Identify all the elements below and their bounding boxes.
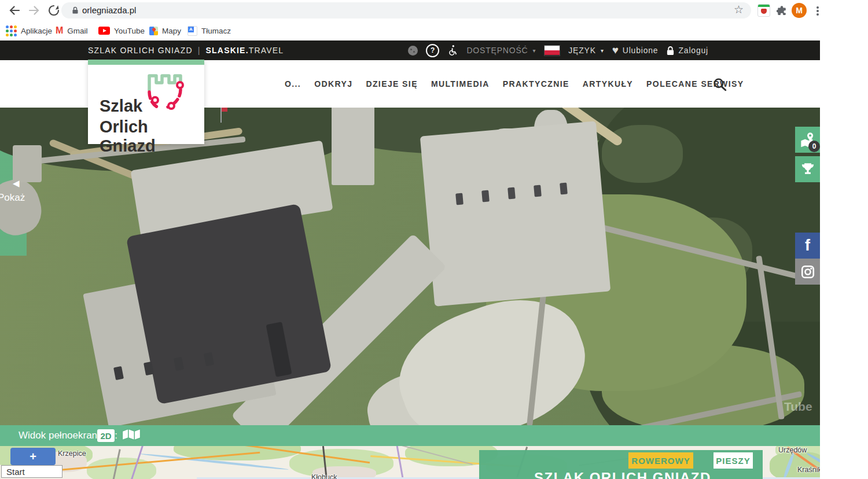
accessibility-label: DOSTĘPNOŚĆ: [466, 46, 528, 55]
castle-tower: [13, 145, 42, 182]
lock-icon[interactable]: [71, 6, 80, 15]
accessibility-icon[interactable]: [447, 45, 458, 56]
map-label-klobuck: Kłobuck: [311, 473, 337, 479]
castle-window: [560, 183, 568, 195]
map-label-krzepice: Krzepice: [58, 449, 86, 458]
main-nav: O... ODKRYJ DZIEJE SIĘ MULTIMEDIA PRAKTY…: [285, 60, 744, 108]
site-topbar: SZLAK ORLICH GNIAZD | SLASKIE. TRAVEL ? …: [0, 40, 820, 60]
courtyard: [126, 204, 332, 405]
browser-toolbar: orlegniazda.pl ☆ M: [0, 0, 868, 21]
heart-icon: ♥: [612, 44, 619, 57]
map-poi-button[interactable]: 0: [795, 127, 820, 153]
extension-icon[interactable]: [757, 4, 770, 17]
login-link[interactable]: Zaloguj: [666, 46, 708, 56]
bookmark-translate[interactable]: A Tłumacz: [187, 21, 231, 40]
zoom-in-button[interactable]: +: [10, 448, 56, 465]
puzzle-icon[interactable]: [777, 5, 787, 16]
poi-count-badge: 0: [808, 141, 820, 152]
map-label-krasnik: Kraśnik: [797, 466, 820, 474]
search-icon[interactable]: [712, 77, 727, 92]
brand-left: SZLAK ORLICH GNIAZD: [88, 46, 193, 55]
avatar[interactable]: M: [792, 3, 807, 18]
route-panel-title: SZLAK ORLICH GNIAZD: [534, 470, 708, 479]
bookmark-label: YouTube: [114, 27, 145, 35]
nav-odkryj[interactable]: ODKRYJ: [314, 79, 352, 89]
bookmark-label: Tłumacz: [201, 27, 231, 35]
trophy-button[interactable]: [795, 156, 820, 182]
favorites-label: Ulubione: [623, 46, 659, 55]
topbar-menu: ? DOSTĘPNOŚĆ ▾ JĘZYK ▾ ♥ Ulubione: [408, 40, 708, 60]
language-dropdown[interactable]: JĘZYK ▾: [568, 46, 604, 55]
bookmark-label: Aplikacje: [21, 27, 52, 35]
chevron-down-icon: ▾: [532, 47, 536, 54]
brand-portal-bold[interactable]: SLASKIE.: [206, 46, 249, 55]
site-logo[interactable]: Szlak Orlich Gniazd: [88, 60, 204, 144]
bookmark-youtube[interactable]: YouTube: [98, 21, 145, 40]
back-icon[interactable]: [8, 4, 21, 17]
brand-separator: |: [193, 46, 206, 55]
bookmark-star-icon[interactable]: ☆: [734, 3, 744, 16]
browser-window: orlegniazda.pl ☆ M Aplikacje M Gmail You…: [0, 0, 868, 479]
castle-tower: [332, 108, 374, 185]
map-view-icon[interactable]: [122, 428, 141, 443]
bookmark-maps[interactable]: Mapy: [149, 21, 181, 40]
help-icon[interactable]: ?: [426, 44, 439, 57]
logo-text-line2: Orlich Gniazd: [100, 117, 204, 156]
brand-portal-rest[interactable]: TRAVEL: [249, 46, 284, 55]
accessibility-dropdown[interactable]: DOSTĘPNOŚĆ ▾: [466, 46, 536, 55]
nav-dzieje-sie[interactable]: DZIEJE SIĘ: [366, 79, 417, 89]
nav-polecane-serwisy[interactable]: POLECANE SERWISY: [646, 79, 744, 89]
nav-praktycznie[interactable]: PRAKTYCZNIE: [503, 79, 569, 89]
facebook-button[interactable]: f: [795, 233, 820, 259]
nav-artykuly[interactable]: ARTYKUŁY: [583, 79, 633, 89]
castle-window: [507, 187, 516, 200]
site-brand[interactable]: SZLAK ORLICH GNIAZD | SLASKIE. TRAVEL: [88, 40, 284, 60]
refresh-icon[interactable]: [47, 4, 60, 17]
boundary: [396, 446, 404, 479]
maps-icon: [149, 27, 158, 35]
nav-multimedia[interactable]: MULTIMEDIA: [431, 79, 490, 89]
browser-menu-icon[interactable]: [816, 5, 819, 17]
bookmark-label: Mapy: [162, 27, 181, 35]
route-panel: ROWEROWY PIESZY SZLAK ORLICH GNIAZD: [479, 450, 763, 479]
url-text[interactable]: orlegniazda.pl: [82, 2, 136, 19]
bookmark-apps[interactable]: Aplikacje: [6, 21, 52, 40]
youtube-icon: [98, 27, 110, 35]
map-label-urzedow: Urzędów: [778, 446, 807, 454]
polish-flag-icon[interactable]: [544, 45, 560, 56]
instagram-button[interactable]: [795, 259, 820, 285]
flag: [222, 108, 227, 112]
castle-window: [534, 185, 542, 197]
walk-route-tab[interactable]: PIESZY: [713, 452, 753, 469]
collapse-arrow-icon: ◀: [13, 178, 20, 189]
login-label: Zaloguj: [678, 46, 708, 55]
instagram-icon: [800, 264, 815, 279]
logo-text-line1: Szlak: [100, 97, 142, 116]
bookmarks-bar: Aplikacje M Gmail YouTube Mapy A Tłumacz: [0, 21, 868, 40]
forward-icon[interactable]: [28, 4, 41, 17]
globe-icon[interactable]: [408, 46, 418, 56]
logo-accent-bar: [88, 60, 204, 65]
mode-2d-button[interactable]: 2D: [97, 429, 115, 442]
castle-window: [481, 190, 490, 202]
forest-patch: [87, 458, 156, 479]
castle-trail-logo-icon: [146, 70, 184, 113]
address-bar[interactable]: [61, 2, 751, 19]
apps-grid-icon: [6, 25, 17, 36]
castle-window: [455, 193, 464, 205]
translate-icon: A: [187, 26, 197, 36]
video-watermark: Tube: [784, 400, 812, 414]
rock-outcrop: [0, 175, 47, 241]
start-tooltip: Start: [1, 465, 62, 478]
castle-wall: [420, 121, 611, 306]
chevron-down-icon: ▾: [601, 47, 604, 54]
show-panel-label: Pokaż: [0, 192, 25, 204]
bookmark-label: Gmail: [67, 27, 87, 35]
bike-route-tab[interactable]: ROWEROWY: [628, 452, 693, 469]
favorites-link[interactable]: ♥ Ulubione: [612, 44, 659, 57]
nav-o[interactable]: O...: [285, 79, 301, 89]
facebook-icon: f: [805, 237, 810, 255]
gmail-icon: M: [56, 25, 63, 36]
bookmark-gmail[interactable]: M Gmail: [56, 21, 88, 40]
padlock-icon: [666, 46, 675, 56]
